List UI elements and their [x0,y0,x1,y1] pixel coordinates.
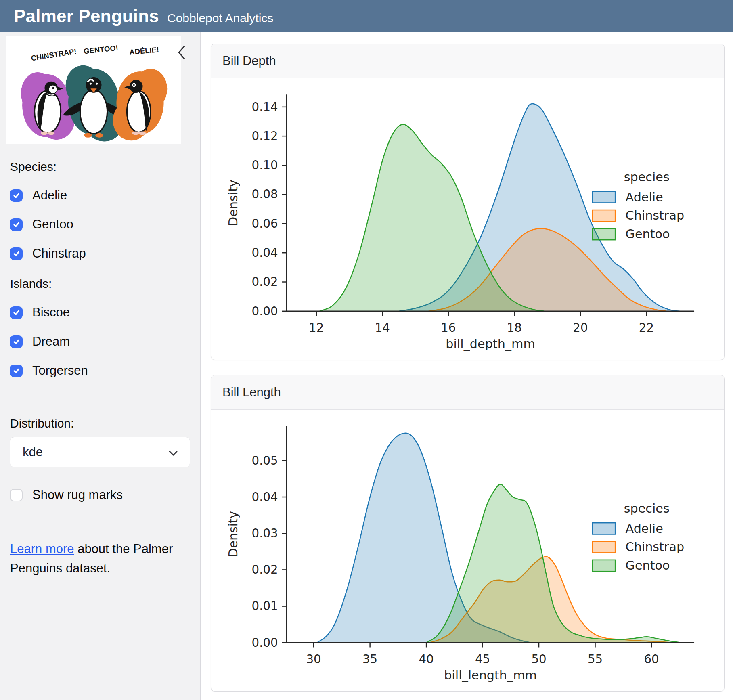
adelie-penguin-illustration: ADÉLIE! [113,45,168,140]
legend-swatch-gentoo [592,228,615,240]
legend-swatch-chinstrap [592,210,615,221]
x-tick-label: 40 [419,652,434,666]
x-tick-label: 45 [475,652,490,666]
y-tick-label: 0.14 [251,100,278,114]
checkbox-icon[interactable] [10,335,23,348]
checkbox-species-chinstrap[interactable]: Chinstrap [10,246,190,261]
kde-series [319,104,679,311]
y-tick-label: 0.00 [251,304,278,318]
checkbox-label: Biscoe [32,305,70,320]
legend-label: Adelie [625,522,663,536]
y-tick-label: 0.05 [251,454,278,467]
bill-depth-chart: 1214161820220.000.020.040.060.080.100.12… [218,81,718,356]
legend-title: species [624,170,669,184]
x-tick-label: 12 [309,321,324,335]
bill-length-card-body: 303540455055600.000.010.020.030.040.05bi… [211,412,724,688]
chevron-down-icon [169,445,178,459]
y-axis-label: Density [226,180,240,226]
x-tick-label: 16 [441,321,456,335]
checkbox-icon[interactable] [10,489,23,501]
checkbox-species-gentoo[interactable]: Gentoo [10,217,190,232]
learn-more-text: Learn more about the Palmer Penguins dat… [10,539,188,578]
checkbox-icon[interactable] [10,218,23,231]
checkbox-show-rug-marks[interactable]: Show rug marks [10,488,190,502]
legend-label: Gentoo [625,558,670,572]
legend-swatch-adelie [592,191,615,203]
y-tick-label: 0.02 [251,563,278,576]
checkbox-label: Chinstrap [32,246,86,261]
app-title: Palmer Penguins [14,0,159,32]
y-tick-label: 0.02 [251,275,278,289]
sidebar-collapse-button[interactable] [174,44,189,61]
y-tick-label: 0.01 [251,599,278,613]
checkbox-species-adelie[interactable]: Adelie [10,188,190,203]
y-axis-label: Density [226,511,240,557]
legend-swatch-chinstrap [592,541,615,553]
checkbox-label: Torgersen [32,363,88,378]
app-subtitle: Cobblepot Analytics [167,11,274,25]
artwork-label-adelie: ADÉLIE! [129,45,159,56]
checkbox-island-biscoe[interactable]: Biscoe [10,305,190,320]
checkbox-label: Dream [32,334,70,349]
artwork-label-gentoo: GENTOO! [83,44,118,56]
checkbox-island-torgersen[interactable]: Torgersen [10,363,190,378]
app-body: CHINSTRAP! GENTOO! [0,32,733,700]
app-header: Palmer Penguins Cobblepot Analytics [0,0,733,32]
y-tick-label: 0.10 [251,158,278,172]
sidebar: CHINSTRAP! GENTOO! [0,32,201,700]
checkbox-label: Gentoo [32,217,73,232]
learn-more-link[interactable]: Learn more [10,542,74,556]
checkbox-icon[interactable] [10,247,23,260]
checkbox-label: Adelie [32,188,67,203]
species-section-label: Species: [10,160,190,174]
y-tick-label: 0.08 [251,187,278,201]
distribution-label: Distribution: [10,417,190,430]
checkbox-icon[interactable] [10,189,23,202]
y-tick-label: 0.04 [251,490,278,504]
chevron-left-icon [177,44,186,62]
checkbox-icon[interactable] [10,306,23,319]
checkbox-island-dream[interactable]: Dream [10,334,190,349]
x-axis-label: bill_length_mm [444,668,537,682]
distribution-select[interactable]: kde [10,437,190,467]
legend-label: Chinstrap [625,540,684,554]
y-tick-label: 0.12 [251,129,278,143]
legend-label: Adelie [625,190,663,204]
x-tick-label: 60 [644,652,659,666]
x-axis-label: bill_depth_mm [446,337,535,351]
bill-length-card: Bill Length 303540455055600.000.010.020.… [211,375,725,692]
artwork-label-chinstrap: CHINSTRAP! [30,47,77,63]
legend-label: Gentoo [625,227,670,241]
main-content: Bill Depth 1214161820220.000.020.040.060… [201,32,733,700]
islands-section-label: Islands: [10,277,190,291]
legend-title: species [624,501,669,516]
bill-length-chart: 303540455055600.000.010.020.030.040.05bi… [218,412,718,688]
y-tick-label: 0.04 [251,246,278,260]
y-tick-label: 0.00 [251,636,278,650]
bill-depth-card: Bill Depth 1214161820220.000.020.040.060… [211,44,725,360]
x-tick-label: 20 [573,321,588,335]
penguin-artwork: CHINSTRAP! GENTOO! [6,36,181,144]
x-tick-label: 55 [587,652,602,666]
legend-swatch-adelie [592,523,615,534]
x-tick-label: 22 [639,321,653,335]
x-tick-label: 35 [362,652,377,666]
bill-depth-card-body: 1214161820220.000.020.040.060.080.100.12… [211,81,724,356]
checkbox-icon[interactable] [10,365,23,377]
x-tick-label: 50 [531,652,546,666]
legend-label: Chinstrap [625,208,684,222]
distribution-selected-value: kde [23,445,43,459]
kde-series [317,433,681,643]
checkbox-label: Show rug marks [32,488,123,502]
bill-length-card-title: Bill Length [211,375,724,410]
bill-depth-card-title: Bill Depth [211,44,724,78]
x-tick-label: 30 [306,652,321,666]
x-tick-label: 14 [375,321,390,335]
x-tick-label: 18 [507,321,521,335]
y-tick-label: 0.06 [251,217,278,231]
y-tick-label: 0.03 [251,526,278,540]
legend-swatch-gentoo [592,560,615,571]
